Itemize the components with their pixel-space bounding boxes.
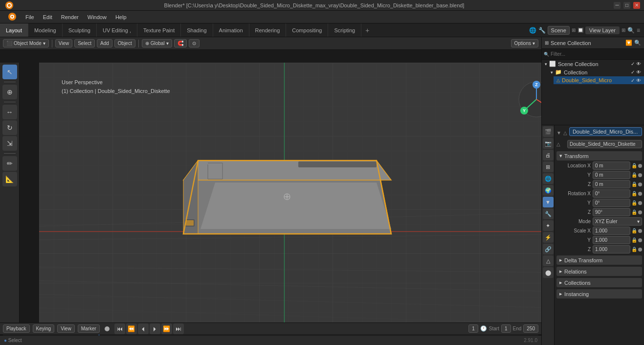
object-properties-icon[interactable]: ▼ [543, 197, 554, 207]
scale-z-keyframe[interactable] [638, 248, 642, 252]
location-z-value[interactable]: 0 m [593, 180, 630, 188]
outliner-item-object[interactable]: △ Double_Sided_Micro ✓ 👁 [554, 76, 644, 84]
scene-props-icon[interactable]: 🌐 [543, 173, 554, 184]
select-menu[interactable]: Select [74, 39, 95, 47]
world-properties-icon[interactable]: 🌍 [543, 185, 554, 196]
transform-global[interactable]: ⊕ Global ▾ [142, 39, 172, 47]
tab-sculpting[interactable]: Sculpting [63, 23, 97, 37]
mesh-name-field[interactable]: Double_Sided_Micro_Diskette [567, 140, 642, 148]
outliner-item-collection[interactable]: ▾ 📁 Collection ✓ 👁 [548, 68, 644, 76]
play-button[interactable]: ⏵ [150, 323, 160, 334]
delta-transform-header[interactable]: ▸ Delta Transform [556, 255, 642, 265]
mode-selector[interactable]: ⬛ Object Mode ▾ [3, 39, 49, 47]
maximize-button[interactable]: □ [623, 2, 630, 9]
marker-menu[interactable]: Marker [78, 324, 100, 333]
playback-menu[interactable]: Playback [3, 324, 30, 333]
add-menu[interactable]: Add [97, 39, 112, 47]
location-z-keyframe[interactable] [638, 183, 642, 186]
tab-modeling[interactable]: Modeling [28, 23, 63, 37]
options-menu[interactable]: Options ▾ [511, 39, 538, 47]
select-tool[interactable]: ↖ [2, 65, 17, 79]
rotation-y-value[interactable]: 0° [593, 199, 630, 207]
filter-icon[interactable]: 🔽 [625, 40, 632, 46]
location-x-keyframe[interactable] [638, 164, 642, 168]
scale-y-lock[interactable]: 🔒 [631, 237, 637, 243]
menu-edit[interactable]: Edit [39, 13, 56, 21]
physics-properties-icon[interactable]: ⚡ [543, 232, 554, 243]
object-menu[interactable]: Object [114, 39, 135, 47]
scene-selector[interactable]: Scene [548, 26, 570, 35]
prev-frame-button[interactable]: ⏴ [138, 323, 149, 334]
particles-properties-icon[interactable]: ✦ [543, 220, 554, 231]
data-properties-icon[interactable]: △ [543, 255, 554, 266]
menu-render[interactable]: Render [57, 13, 83, 21]
tab-rendering[interactable]: Rendering [249, 23, 287, 37]
scale-y-keyframe[interactable] [638, 238, 642, 242]
rotation-y-lock[interactable]: 🔒 [631, 200, 637, 206]
rotation-z-value[interactable]: 90° [593, 208, 630, 216]
outliner-search-input[interactable] [551, 51, 642, 57]
next-frame-button[interactable]: ⏩ [161, 323, 172, 334]
rotation-x-keyframe[interactable] [638, 192, 642, 196]
tab-animation[interactable]: Animation [213, 23, 249, 37]
menu-blender[interactable] [4, 11, 21, 23]
visible-icon[interactable]: ✓ [631, 61, 635, 67]
close-button[interactable]: ✕ [633, 2, 640, 9]
tab-shading[interactable]: Shading [181, 23, 213, 37]
transform-header[interactable]: ▾ Transform [556, 151, 642, 161]
modifier-properties-icon[interactable]: 🔧 [543, 208, 554, 219]
navigation-gizmo[interactable]: Z Y X [517, 80, 541, 119]
rotation-z-keyframe[interactable] [638, 210, 642, 214]
menu-file[interactable]: File [22, 13, 38, 21]
hide-icon[interactable]: 👁 [636, 61, 641, 67]
tab-compositing[interactable]: Compositing [286, 23, 328, 37]
end-frame[interactable]: 250 [523, 324, 538, 333]
keying-menu[interactable]: Keying [33, 324, 55, 333]
jump-start-button[interactable]: ⏮ [114, 323, 125, 334]
scale-z-lock[interactable]: 🔒 [631, 247, 637, 252]
scale-tool[interactable]: ⇲ [2, 136, 17, 151]
search-icon[interactable]: 🔍 [634, 40, 641, 46]
minimize-button[interactable]: ─ [614, 2, 621, 9]
location-y-keyframe[interactable] [638, 173, 642, 177]
relations-header[interactable]: ▸ Relations [556, 267, 642, 276]
location-y-lock[interactable]: 🔒 [631, 172, 637, 178]
cursor-tool[interactable]: ⊕ [2, 85, 17, 99]
hide-icon-3[interactable]: 👁 [636, 78, 641, 83]
add-workspace-button[interactable]: + [361, 24, 373, 36]
view-layer-selector[interactable]: View Layer [585, 26, 620, 34]
rotation-mode-value[interactable]: XYZ Euler ▾ [593, 217, 642, 226]
prev-key-button[interactable]: ⏪ [126, 323, 137, 334]
measure-tool[interactable]: 📐 [2, 172, 17, 186]
rotation-z-lock[interactable]: 🔒 [631, 209, 637, 215]
location-z-lock[interactable]: 🔒 [631, 182, 637, 187]
viewport-canvas[interactable]: User Perspective (1) Collection | Double… [39, 63, 541, 322]
scene-properties-icon[interactable]: 🎬 [543, 126, 554, 137]
record-button[interactable] [105, 326, 110, 331]
collections-header[interactable]: ▸ Collections [556, 278, 642, 287]
scale-z-value[interactable]: 1.000 [593, 245, 630, 253]
output-properties-icon[interactable]: 🖨 [543, 150, 554, 161]
object-name-input[interactable]: Double_Sided_Micro_Dis... [569, 127, 642, 136]
scale-x-keyframe[interactable] [638, 229, 642, 233]
view-layer-properties-icon[interactable]: ⊞ [543, 161, 554, 172]
tab-uv-editing[interactable]: UV Editing , [97, 23, 137, 37]
location-x-value[interactable]: 0 m [593, 161, 630, 170]
tab-texture-paint[interactable]: Texture Paint [137, 23, 181, 37]
jump-end-button[interactable]: ⏭ [173, 323, 184, 334]
view-menu[interactable]: View [55, 39, 73, 47]
move-tool[interactable]: ↔ [2, 105, 17, 119]
scale-x-lock[interactable]: 🔒 [631, 228, 637, 233]
render-properties-icon[interactable]: 📷 [543, 138, 554, 149]
visible-icon-3[interactable]: ✓ [631, 78, 635, 83]
visible-icon-2[interactable]: ✓ [631, 69, 635, 75]
location-y-value[interactable]: 0 m [593, 171, 630, 179]
scale-y-value[interactable]: 1.000 [593, 236, 630, 244]
scale-x-value[interactable]: 1.000 [593, 227, 630, 235]
tab-scripting[interactable]: Scripting [328, 23, 361, 37]
proportional-edit[interactable]: ⊙ [189, 39, 200, 47]
menu-help[interactable]: Help [111, 13, 131, 21]
tab-layout[interactable]: Layout [0, 23, 28, 37]
rotate-tool[interactable]: ↻ [2, 120, 17, 135]
rotation-x-value[interactable]: 0° [593, 189, 630, 198]
